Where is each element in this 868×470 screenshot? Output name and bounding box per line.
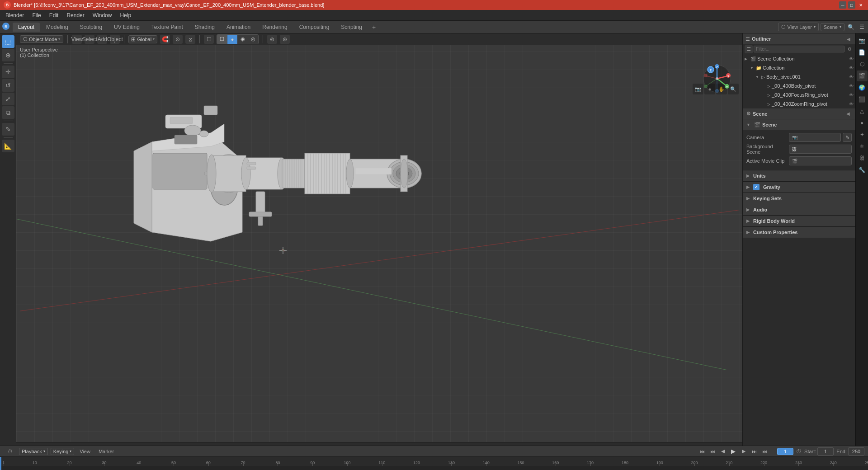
scale-tool[interactable]: ⤢: [2, 93, 14, 105]
tab-uv-editing[interactable]: UV Editing: [108, 23, 145, 32]
properties-expand-btn[interactable]: ◀: [844, 110, 852, 118]
prop-icon-physics[interactable]: ⚛: [857, 141, 868, 152]
shading-wire[interactable]: ☐: [217, 35, 227, 44]
outliner-search[interactable]: [754, 46, 844, 52]
scene-dropdown[interactable]: Scene ▾: [821, 23, 844, 31]
prev-frame-btn[interactable]: ◀: [718, 447, 727, 456]
prop-icon-world[interactable]: 🌍: [857, 82, 868, 93]
camera-value[interactable]: 📷: [789, 133, 841, 142]
prop-icon-scene[interactable]: 🎬: [857, 70, 868, 81]
prop-section-custom-props-header[interactable]: ▶ Custom Properties: [743, 227, 855, 238]
view-layer-dropdown[interactable]: ⬡ View Layer ▾: [778, 23, 819, 31]
tab-rendering[interactable]: Rendering: [257, 23, 292, 32]
menu-help[interactable]: Help: [116, 11, 135, 19]
next-keyframe-btn[interactable]: ⏭: [750, 447, 759, 456]
tab-animation[interactable]: Animation: [221, 23, 256, 32]
next-frame-btn[interactable]: ▶: [739, 447, 748, 456]
outliner-body-pivot[interactable]: ▼ ▷ Body_pivot.001 👁: [743, 72, 855, 81]
viewport-scrollbar[interactable]: [16, 442, 742, 446]
camera-edit-btn[interactable]: ✎: [843, 133, 852, 142]
prop-section-keying-header[interactable]: ▶ Keying Sets: [743, 193, 855, 204]
mirror-btn[interactable]: ⧖: [185, 35, 195, 44]
object-menu-btn[interactable]: Object: [110, 35, 120, 44]
outliner-collapse-btn[interactable]: ◀: [844, 35, 853, 43]
outliner-scene-collection[interactable]: ▶ 🎬 Scene Collection 👁: [743, 54, 855, 63]
start-frame-input[interactable]: 1: [817, 447, 834, 456]
body-eye-icon[interactable]: 👁: [849, 75, 854, 80]
gravity-checkbox[interactable]: ✓: [753, 184, 760, 190]
annotate-tool[interactable]: ✎: [2, 123, 14, 136]
outliner-collection[interactable]: ▼ 📁 Collection 👁: [743, 63, 855, 72]
prop-icon-particles[interactable]: ✦: [857, 129, 868, 140]
snap-btn[interactable]: 🧲: [160, 35, 170, 44]
prop-icon-modifiers[interactable]: 🔧: [857, 164, 868, 175]
close-button[interactable]: ✕: [857, 1, 864, 9]
prop-icon-viewlayer[interactable]: ⬡: [857, 59, 868, 70]
outliner-settings-btn[interactable]: ⚙: [845, 45, 854, 53]
prop-icon-constraints[interactable]: ⛓: [857, 153, 868, 164]
menu-window[interactable]: Window: [89, 11, 116, 19]
zoom-eye-icon[interactable]: 👁: [849, 102, 854, 107]
gizmo-btn[interactable]: ⊛: [280, 35, 290, 44]
outliner-focus-ring[interactable]: ▷ _00_400FocusRing_pivot 👁: [743, 90, 855, 99]
minimize-button[interactable]: ─: [839, 1, 846, 9]
movie-clip-value[interactable]: 🎬: [789, 156, 852, 165]
prop-section-gravity-header[interactable]: ▶ ✓ Gravity: [743, 182, 855, 193]
jump-start-btn[interactable]: ⏮: [698, 447, 707, 456]
overlay-btn[interactable]: ⊚: [267, 35, 277, 44]
tab-scripting[interactable]: Scripting: [335, 23, 368, 32]
measure-tool[interactable]: 📐: [2, 140, 14, 152]
menu-render[interactable]: Render: [63, 11, 88, 19]
outliner-filter-dropdown[interactable]: ☰: [745, 45, 753, 53]
prop-icon-mesh[interactable]: △: [857, 106, 868, 117]
filter-button[interactable]: ☰: [857, 23, 866, 32]
window-controls[interactable]: ─ □ ✕: [839, 1, 864, 9]
cursor-tool[interactable]: ⊕: [2, 49, 14, 61]
tab-shading[interactable]: Shading: [189, 23, 220, 32]
add-menu-btn[interactable]: Add: [97, 35, 107, 44]
tab-texture-paint[interactable]: Texture Paint: [146, 23, 189, 32]
400body-eye-icon[interactable]: 👁: [849, 84, 854, 89]
prop-section-rigid-body-header[interactable]: ▶ Rigid Body World: [743, 216, 855, 226]
prop-section-scene-header[interactable]: ▼ 🎬 Scene: [743, 119, 855, 130]
menu-edit[interactable]: Edit: [46, 11, 62, 19]
prop-section-audio-header[interactable]: ▶ Audio: [743, 204, 855, 215]
prop-icon-object[interactable]: ⬛: [857, 94, 868, 105]
object-mode-dropdown[interactable]: ⬡ Object Mode ▾: [20, 35, 63, 43]
tab-sculpting[interactable]: Sculpting: [75, 23, 108, 32]
menu-blender[interactable]: Blender: [2, 11, 28, 19]
timeline-marker-btn[interactable]: Marker: [96, 448, 117, 455]
prop-icon-material[interactable]: ●: [857, 118, 868, 128]
menu-file[interactable]: File: [28, 11, 44, 19]
xray-btn[interactable]: ☐: [204, 35, 214, 44]
tab-layout[interactable]: Layout: [13, 23, 40, 32]
collection-eye-icon[interactable]: 👁: [849, 66, 854, 70]
view-menu-btn[interactable]: View: [72, 35, 82, 44]
prev-keyframe-btn[interactable]: ⏭: [708, 447, 717, 456]
select-box-tool[interactable]: ⬚: [2, 35, 14, 48]
add-workspace-button[interactable]: +: [368, 22, 379, 32]
proportional-btn[interactable]: ⊙: [173, 35, 183, 44]
timeline-keyframes-area[interactable]: [0, 466, 868, 470]
playback-dropdown[interactable]: Playback ▾: [19, 448, 48, 455]
move-tool[interactable]: ✛: [2, 66, 14, 78]
maximize-button[interactable]: □: [848, 1, 855, 9]
tab-modeling[interactable]: Modeling: [41, 23, 74, 32]
play-btn[interactable]: ▶: [729, 447, 738, 456]
outliner-400body[interactable]: ▷ _00_400Body_pivot 👁: [743, 81, 855, 90]
shading-material[interactable]: ◉: [238, 35, 248, 44]
keying-dropdown[interactable]: Keying ▾: [51, 448, 75, 455]
prop-icon-output[interactable]: 📄: [857, 47, 868, 58]
current-frame-display[interactable]: 1: [777, 448, 793, 455]
timeline-view-btn[interactable]: View: [77, 448, 93, 455]
select-menu-btn[interactable]: Select: [85, 35, 94, 44]
prop-section-units-header[interactable]: ▶ Units: [743, 170, 855, 181]
focus-eye-icon[interactable]: 👁: [849, 93, 854, 98]
end-frame-input[interactable]: 250: [848, 447, 864, 456]
jump-end-btn[interactable]: ⏭: [760, 447, 769, 456]
prop-icon-render[interactable]: 📷: [857, 35, 868, 46]
scene-eye-icon[interactable]: 👁: [849, 56, 854, 61]
search-button[interactable]: 🔍: [846, 23, 855, 32]
outliner-zoom-ring[interactable]: ▷ _00_400ZoomRing_pivot 👁: [743, 99, 855, 108]
global-dropdown[interactable]: ⊞ Global ▾: [128, 35, 157, 43]
